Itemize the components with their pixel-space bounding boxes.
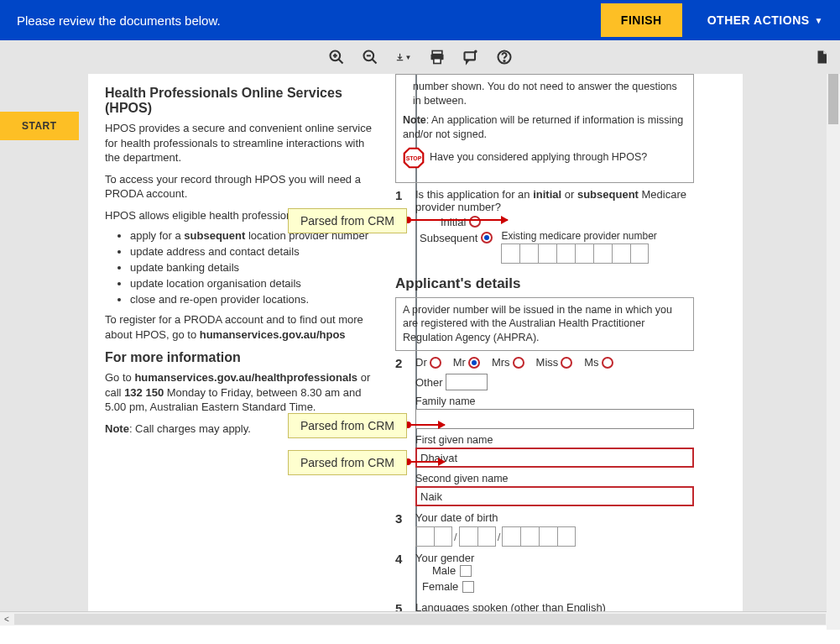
radio-icon bbox=[430, 357, 441, 369]
hpos-title: Health Professionals Online Services (HP… bbox=[105, 86, 375, 116]
q4-number: 4 bbox=[395, 552, 407, 596]
radio-icon bbox=[481, 232, 493, 243]
arrow-3 bbox=[411, 461, 445, 463]
dob-input[interactable]: // bbox=[415, 526, 694, 547]
gender-male[interactable]: Male bbox=[432, 564, 694, 577]
other-title-input[interactable] bbox=[446, 374, 488, 390]
first-given-label: First given name bbox=[415, 434, 694, 446]
other-actions-menu[interactable]: OTHER ACTIONS ▼ bbox=[707, 13, 823, 27]
languages-label: Languages spoken (other than English) bbox=[415, 601, 694, 611]
overflow-notebox: number shown. You do not need to answer … bbox=[395, 74, 694, 183]
q4-body: Your gender Male Female bbox=[415, 552, 694, 596]
banner-message: Please review the documents below. bbox=[17, 13, 221, 28]
title-ms[interactable]: Ms bbox=[584, 356, 613, 369]
other-actions-label: OTHER ACTIONS bbox=[707, 13, 810, 27]
existing-provider-input[interactable] bbox=[501, 243, 656, 264]
question-1: 1 Is this application for an initial or … bbox=[395, 188, 694, 264]
radio-icon bbox=[513, 357, 524, 369]
applicant-details-heading: Applicant's details bbox=[395, 275, 694, 292]
bullet-5: close and re-open provider locations. bbox=[130, 293, 375, 306]
question-5: 5 Languages spoken (other than English) bbox=[395, 601, 694, 611]
more-info-text: Go to humanservices.gov.au/healthprofess… bbox=[105, 370, 375, 415]
svg-rect-9 bbox=[433, 59, 440, 64]
question-3: 3 Your date of birth // bbox=[395, 511, 694, 547]
stop-line: STOP Have you considered applying throug… bbox=[403, 147, 686, 169]
radio-icon bbox=[602, 357, 613, 369]
dob-label: Your date of birth bbox=[415, 511, 694, 524]
callout-crm-2: Parsed from CRM bbox=[288, 413, 407, 438]
family-name-input[interactable] bbox=[415, 409, 694, 429]
gender-female[interactable]: Female bbox=[422, 580, 694, 593]
callout-crm-1: Parsed from CRM bbox=[288, 208, 407, 233]
stop-question: Have you considered applying through HPO… bbox=[430, 150, 647, 165]
hpos-desc-2: To access your record through HPOS you w… bbox=[105, 172, 375, 202]
stop-icon: STOP bbox=[403, 147, 425, 169]
bullet-3: update banking details bbox=[130, 261, 375, 274]
top-banner: Please review the documents below. FINIS… bbox=[0, 0, 840, 40]
title-radio-row: Dr Mr Mrs Miss Ms Other bbox=[415, 356, 694, 390]
arrow-1 bbox=[411, 219, 508, 221]
existing-provider-label: Existing medicare provider number bbox=[501, 230, 656, 242]
start-button[interactable]: START bbox=[0, 112, 79, 140]
svg-text:STOP: STOP bbox=[406, 154, 422, 160]
scroll-left-icon[interactable]: < bbox=[0, 612, 13, 626]
first-given-input[interactable]: Dhaivat bbox=[415, 448, 694, 468]
q3-body: Your date of birth // bbox=[415, 511, 694, 547]
comment-icon[interactable] bbox=[462, 49, 479, 65]
gender-label: Your gender bbox=[415, 552, 694, 564]
svg-rect-10 bbox=[464, 52, 475, 60]
chevron-down-icon: ▼ bbox=[815, 16, 823, 25]
toolbar: ▼ bbox=[0, 40, 840, 74]
initial-label: Initial bbox=[441, 216, 466, 228]
title-mr[interactable]: Mr bbox=[453, 356, 480, 369]
right-column: number shown. You do not need to answer … bbox=[392, 74, 711, 611]
bullet-2: update address and contact details bbox=[130, 245, 375, 258]
finish-button[interactable]: FINISH bbox=[601, 3, 682, 37]
print-icon[interactable] bbox=[429, 49, 446, 65]
document-page: Health Professionals Online Services (HP… bbox=[88, 74, 743, 611]
title-mrs[interactable]: Mrs bbox=[492, 356, 524, 369]
svg-rect-7 bbox=[432, 51, 442, 55]
banner-actions: FINISH OTHER ACTIONS ▼ bbox=[601, 3, 823, 37]
note-return: Note: An application will be returned if… bbox=[403, 113, 686, 142]
hpos-bullets: apply for a subsequent location provider… bbox=[130, 229, 375, 306]
horizontal-scrollbar[interactable]: < > bbox=[0, 611, 840, 626]
scrollbar-track[interactable] bbox=[14, 614, 826, 625]
document-viewport: START Health Professionals Online Servic… bbox=[0, 74, 840, 611]
subsequent-label: Subsequent bbox=[420, 232, 477, 244]
q2-body: Dr Mr Mrs Miss Ms Other Family name Firs… bbox=[415, 356, 694, 506]
vertical-scrollbar[interactable] bbox=[827, 74, 840, 626]
overflow-text: number shown. You do not need to answer … bbox=[413, 80, 686, 108]
scrollbar-thumb[interactable] bbox=[828, 74, 838, 124]
second-given-label: Second given name bbox=[415, 473, 694, 484]
hpos-desc-1: HPOS provides a secure and convenient on… bbox=[105, 121, 375, 165]
q5-number: 5 bbox=[395, 601, 407, 611]
callout-crm-3: Parsed from CRM bbox=[288, 450, 407, 475]
applicant-note: A provider number will be issued in the … bbox=[395, 297, 694, 352]
left-column: Health Professionals Online Services (HP… bbox=[88, 74, 392, 611]
radio-icon bbox=[561, 357, 572, 369]
q1-subsequent-option[interactable]: Subsequent bbox=[420, 232, 493, 244]
title-other[interactable]: Other bbox=[415, 374, 488, 390]
q1-body: Is this application for an initial or su… bbox=[415, 188, 694, 264]
documents-panel-icon[interactable] bbox=[813, 49, 830, 65]
zoom-in-icon[interactable] bbox=[328, 49, 345, 65]
title-dr[interactable]: Dr bbox=[415, 356, 441, 369]
q1-initial-option[interactable]: Initial bbox=[441, 216, 694, 228]
more-info-heading: For more information bbox=[105, 350, 375, 365]
bullet-4: update location organisation details bbox=[130, 277, 375, 290]
second-given-input[interactable]: Naik bbox=[415, 486, 694, 506]
q3-number: 3 bbox=[395, 511, 407, 547]
title-miss[interactable]: Miss bbox=[536, 356, 573, 369]
download-icon[interactable]: ▼ bbox=[395, 49, 412, 65]
question-4: 4 Your gender Male Female bbox=[395, 552, 694, 596]
proda-reg: To register for a PRODA account and to f… bbox=[105, 312, 375, 342]
help-icon[interactable] bbox=[496, 49, 513, 65]
zoom-out-icon[interactable] bbox=[362, 49, 378, 65]
family-name-label: Family name bbox=[415, 395, 694, 407]
q5-body: Languages spoken (other than English) bbox=[415, 601, 694, 611]
svg-line-5 bbox=[372, 60, 376, 64]
svg-line-1 bbox=[338, 60, 342, 64]
radio-icon bbox=[468, 357, 480, 369]
arrow-2 bbox=[411, 424, 445, 426]
